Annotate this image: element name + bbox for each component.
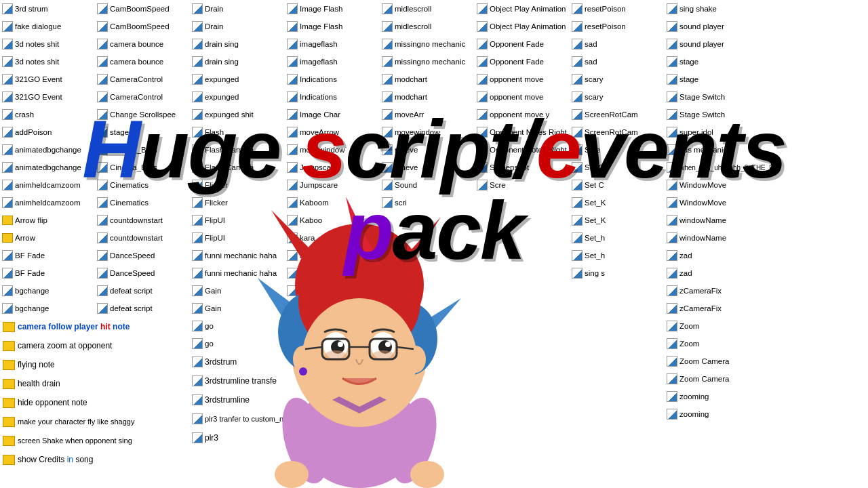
file-item[interactable]: sound player [665,35,773,53]
file-item[interactable]: opponent move [475,88,570,106]
file-item[interactable]: 3rd strum [0,0,95,18]
file-item[interactable]: Zoom Camera [665,352,773,370]
file-item[interactable]: Cinematics [95,194,190,211]
file-item[interactable]: stage [665,53,773,70]
file-item[interactable]: Object Play Animation [475,18,570,35]
file-item[interactable]: BF Fade [0,247,95,264]
file-item[interactable]: Gain [190,300,285,317]
file-item[interactable]: zad [665,247,773,264]
file-item[interactable]: 3d notes shit [0,53,95,70]
file-item[interactable]: sus mechanic [665,141,773,159]
file-item[interactable]: Flash [190,123,285,141]
file-item[interactable]: crash [0,106,95,123]
file-item[interactable]: 321GO Event [0,70,95,88]
file-item[interactable]: movewindow [285,141,380,159]
file-item[interactable]: Image Char [285,106,380,123]
file-item[interactable]: funni mechanic haha [190,247,285,264]
file-item[interactable]: Screenshot [475,159,570,176]
file-item[interactable]: Set C [570,159,665,176]
file-item[interactable]: expunged [190,70,285,88]
file-item[interactable]: scri [380,194,475,211]
folder-item[interactable]: screen Shake when opponent sing [0,431,95,450]
file-item[interactable]: modchart [380,88,475,106]
file-item[interactable]: movewindow [380,123,475,141]
file-item[interactable]: Zoom [665,335,773,352]
file-item[interactable]: Drain [190,18,285,35]
folder-item[interactable]: camera follow player hit note [0,317,95,336]
file-item[interactable]: 3d notes shit [0,35,95,53]
file-item[interactable]: animheldcamzoom [0,176,95,194]
file-item[interactable]: FlipUI [190,229,285,247]
file-item[interactable]: funni mechanic haha [190,264,285,282]
file-item[interactable]: stage [665,70,773,88]
file-item[interactable]: camera bounce [95,53,190,70]
file-item[interactable]: BF Fade [0,264,95,282]
file-item[interactable]: Indications [285,88,380,106]
folder-item[interactable]: flying note [0,355,95,374]
file-item[interactable]: Jumpscare [285,176,380,194]
file-item[interactable]: countdownstart [95,211,190,229]
file-item[interactable]: Set_h [570,229,665,247]
file-item[interactable]: scary [570,88,665,106]
file-item[interactable]: Zoom [665,317,773,335]
file-item[interactable]: CamBoomSpeed [95,18,190,35]
file-item[interactable]: animheldcamzoom [0,194,95,211]
file-item[interactable]: Set_K [570,211,665,229]
file-item[interactable]: Opponent Notes Right Side [475,141,570,159]
file-item[interactable]: WindowMove [665,194,773,211]
folder-item[interactable]: show Credits in song [0,450,95,469]
folder-item[interactable]: health drain [0,374,95,393]
file-item[interactable]: Drain [190,0,285,18]
file-item[interactable]: modchart [380,70,475,88]
file-item[interactable]: when_you_uhhhhhh_2_THE_ELECTRIC_BOGALO [665,159,773,176]
file-item[interactable]: Stage Switch [665,88,773,106]
file-item[interactable]: moveArr [380,106,475,123]
file-item[interactable]: imageflash [285,35,380,53]
folder-item[interactable]: make your character fly like shaggy [0,412,95,431]
file-item[interactable]: sad [570,35,665,53]
file-item[interactable]: zCameraFix [665,282,773,300]
file-item[interactable]: missingno mechanic [380,53,475,70]
file-item[interactable]: 321GO Event [0,88,95,106]
file-item[interactable]: Cinema_Bars [95,159,190,176]
file-item[interactable]: stage layer [285,264,380,282]
file-item[interactable]: Sound [380,176,475,194]
file-item[interactable]: Opponent Fade [475,53,570,70]
file-item[interactable]: Change Scrollspee [95,106,190,123]
file-item[interactable]: sing shake [665,0,773,18]
file-item[interactable]: fake dialogue [0,18,95,35]
file-item[interactable]: resetPoison [570,0,665,18]
file-item[interactable]: expunged shit [190,106,285,123]
file-item[interactable]: Set C [570,176,665,194]
file-item[interactable]: scary [570,70,665,88]
file-item[interactable]: Cinema_Bars [95,141,190,159]
file-item[interactable]: drain sing [190,35,285,53]
file-item[interactable]: Arrow [0,229,95,247]
file-item[interactable]: plr3 tranfer to custom_notetypes [190,409,285,428]
file-item[interactable]: FlipUI [190,211,285,229]
file-item[interactable]: zooming [665,405,773,423]
file-item[interactable]: mueve [380,159,475,176]
file-item[interactable]: DanceSpeed [95,247,190,264]
file-item[interactable]: Image Flash [285,0,380,18]
file-item[interactable]: Jumpscare [285,159,380,176]
file-item[interactable]: Flicker [190,194,285,211]
file-item[interactable]: Kaboom [285,194,380,211]
file-item[interactable]: Indications [285,70,380,88]
file-item[interactable]: expunged [190,88,285,106]
file-item[interactable]: bgchange [0,300,95,317]
folder-item[interactable]: hide opponent note [0,393,95,412]
file-item[interactable]: zooming [665,388,773,405]
file-item[interactable]: mueve [380,141,475,159]
file-item[interactable]: animatedbgchange [0,141,95,159]
file-item[interactable]: drain sing [190,53,285,70]
file-item[interactable]: Scre [570,141,665,159]
file-item[interactable]: Flash Camera [190,141,285,159]
file-item[interactable]: Kaboo [285,211,380,229]
file-item[interactable]: WindowMove [665,176,773,194]
file-item[interactable]: kara [285,229,380,247]
file-item[interactable]: sad [570,53,665,70]
file-item[interactable]: moveArrow [285,123,380,141]
file-item[interactable]: ScreenRotCam [570,123,665,141]
file-item[interactable]: countdownstart [95,229,190,247]
